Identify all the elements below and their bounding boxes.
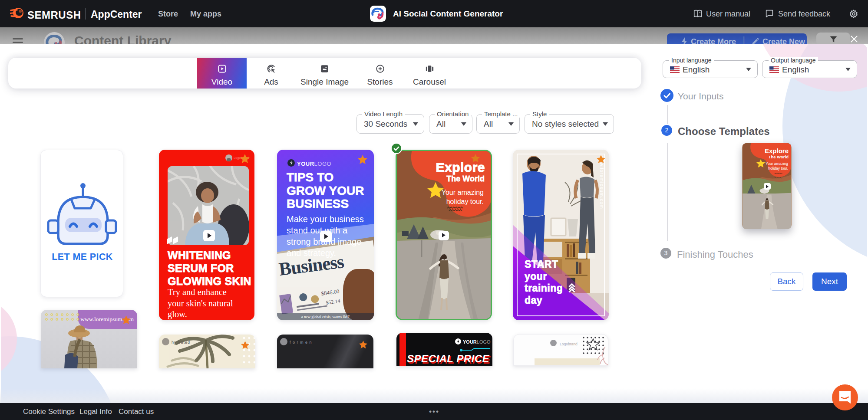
svg-text:$52.14: $52.14 (326, 298, 341, 305)
svg-text:$846.00: $846.00 (321, 288, 340, 297)
